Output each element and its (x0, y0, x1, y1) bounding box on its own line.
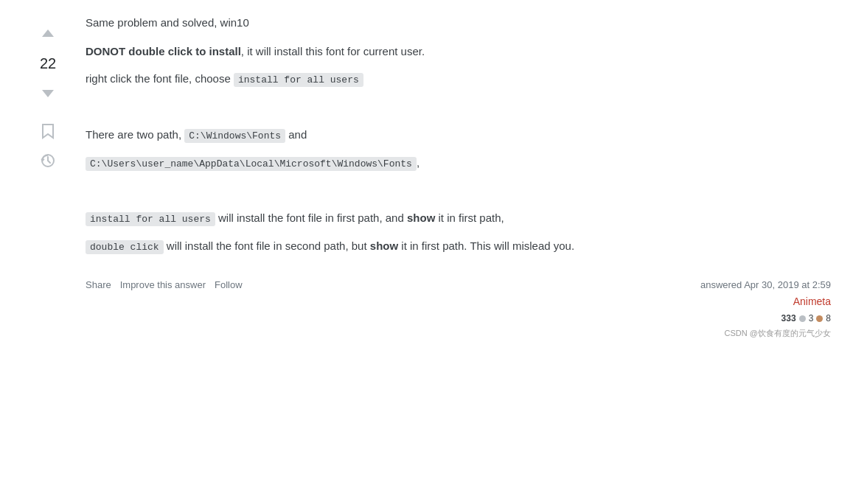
answer-body: Same problem and solved, win10 DONOT dou… (74, 15, 831, 489)
user-reputation: 333 3 8 (781, 312, 831, 326)
bronze-badge-dot (816, 315, 823, 322)
line1-rest: , it will install this font for current … (241, 45, 425, 57)
show-bold-2: show (370, 239, 398, 252)
content-line1: DONOT double click to install, it will i… (86, 42, 831, 61)
bronze-badge-count: 8 (826, 312, 831, 326)
share-link[interactable]: Share (86, 278, 111, 293)
line3-prefix: There are two path, (86, 128, 184, 141)
header-text: Same problem and solved, win10 (86, 16, 249, 29)
line5-end: it in first path. This will mislead you. (398, 239, 574, 252)
donot-bold: DONOT double click to install (86, 45, 241, 57)
answer-container: 22 Same prob (0, 0, 853, 504)
action-icons (38, 121, 58, 171)
answer-header: Same problem and solved, win10 (86, 15, 831, 32)
csdn-label: CSDN @饮食有度的元气少女 (725, 327, 831, 340)
spacer1 (86, 97, 831, 116)
answered-date: answered Apr 30, 2019 at 2:59 (700, 278, 831, 293)
show-bold-1: show (407, 211, 435, 224)
install-all-users-code-1: install for all users (234, 73, 363, 87)
appdata-fonts-path-code: C:\Users\user_name\AppData\Local\Microso… (86, 157, 417, 171)
content-line4: install for all users will install the f… (86, 209, 831, 228)
line3-suffix: , (417, 156, 419, 169)
line4-mid2: it in first path, (435, 211, 504, 224)
double-click-code: double click (86, 240, 164, 254)
line2-prefix: right click the font file, choose (86, 72, 234, 85)
footer-links: Share Improve this answer Follow (86, 278, 243, 293)
bookmark-icon[interactable] (38, 121, 58, 141)
user-name[interactable]: Animeta (793, 293, 831, 309)
silver-badge-dot (799, 315, 806, 322)
content-line5: double click will install the font file … (86, 237, 831, 256)
answered-info: answered Apr 30, 2019 at 2:59 Animeta 33… (700, 278, 831, 340)
line5-mid: will install the font file in second pat… (164, 239, 370, 252)
content-line2: right click the font file, choose instal… (86, 69, 831, 88)
line3-mid: and (285, 128, 307, 141)
vote-count: 22 (40, 52, 56, 75)
follow-link[interactable]: Follow (215, 278, 243, 293)
rep-count: 333 (781, 312, 796, 326)
content-line3b: C:\Users\user_name\AppData\Local\Microso… (86, 153, 831, 172)
answer-content: DONOT double click to install, it will i… (86, 42, 831, 256)
vote-column: 22 (22, 15, 74, 489)
improve-link[interactable]: Improve this answer (120, 278, 206, 293)
answer-footer: Share Improve this answer Follow answere… (86, 278, 831, 340)
windows-fonts-path-code: C:\Windows\Fonts (184, 129, 285, 143)
silver-badge-count: 3 (809, 312, 814, 326)
history-icon[interactable] (38, 150, 58, 171)
downvote-button[interactable] (35, 80, 61, 106)
spacer2 (86, 181, 831, 200)
install-all-users-code-2: install for all users (86, 212, 215, 226)
content-line3: There are two path, C:\Windows\Fonts and (86, 125, 831, 144)
upvote-button[interactable] (35, 21, 61, 47)
line4-mid1: will install the font file in first path… (215, 211, 407, 224)
